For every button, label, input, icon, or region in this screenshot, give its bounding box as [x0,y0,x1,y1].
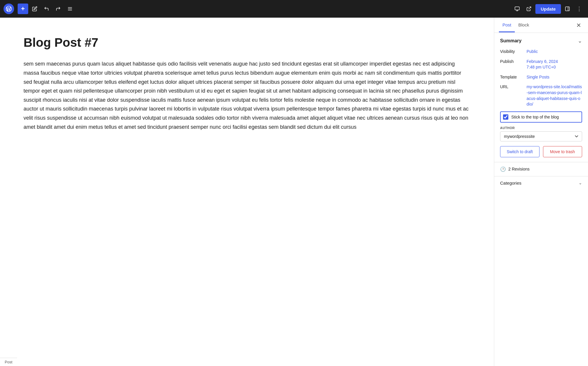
author-section: AUTHOR mywordpresssite [500,126,582,141]
document-overview-button[interactable] [65,4,75,14]
sidebar: Post Block ✕ Summary ⌄ Visibility Public… [494,18,588,366]
template-value[interactable]: Single Posts [527,74,549,80]
summary-title: Summary [500,38,522,44]
close-sidebar-button[interactable]: ✕ [574,21,583,30]
visibility-label: Visibility [500,49,527,54]
author-select[interactable]: mywordpresssite [500,131,582,141]
svg-rect-3 [515,7,519,10]
status-bar: Post [0,358,17,366]
summary-collapse-button[interactable]: ⌄ [578,38,582,44]
categories-label: Categories [500,181,522,185]
main-layout: Blog Post #7 sem sem maecenas purus quam… [0,18,588,366]
sticky-row: Stick to the top of the blog [500,111,582,123]
editor-area: Blog Post #7 sem sem maecenas purus quam… [0,18,494,366]
undo-button[interactable] [41,4,52,14]
revisions-section[interactable]: 🕑 2 Revisions [494,162,588,176]
author-label: AUTHOR [500,126,582,130]
add-block-button[interactable]: + [18,4,28,14]
move-to-trash-button[interactable]: Move to trash [543,146,582,157]
sticky-label: Stick to the top of the blog [511,115,559,119]
wp-logo-icon[interactable] [4,4,14,14]
publish-label: Publish [500,59,527,64]
edit-mode-button[interactable] [29,4,40,14]
toolbar-right: Update ⋮ [512,4,584,14]
tab-block[interactable]: Block [515,18,533,32]
url-label: URL [500,84,527,89]
visibility-value[interactable]: Public [527,49,538,55]
summary-row-url: URL my-wordpress-site.local/mattis-sem-m… [500,84,582,107]
svg-line-6 [529,7,531,9]
categories-section[interactable]: Categories ⌄ [494,176,588,190]
redo-button[interactable] [53,4,64,14]
revisions-icon: 🕑 [500,166,506,172]
revisions-label: 2 Revisions [508,167,529,171]
toolbar: + [0,0,588,18]
post-content[interactable]: sem sem maecenas purus quam lacus alique… [24,59,470,131]
post-title[interactable]: Blog Post #7 [24,35,470,50]
preview-button[interactable] [512,4,522,14]
action-buttons: Switch to draft Move to trash [500,146,582,157]
svg-rect-7 [565,7,569,11]
options-menu-button[interactable]: ⋮ [574,4,584,14]
summary-row-template: Template Single Posts [500,74,582,80]
sidebar-header: Post Block ✕ [494,18,588,33]
url-value[interactable]: my-wordpress-site.local/mattis-sem-maece… [527,84,582,107]
publish-value[interactable]: February 6, 2024 7:48 pm UTC+0 [527,59,558,70]
tab-post[interactable]: Post [499,18,515,32]
summary-row-visibility: Visibility Public [500,49,582,55]
view-post-button[interactable] [524,4,534,14]
template-label: Template [500,74,527,79]
summary-row-publish: Publish February 6, 2024 7:48 pm UTC+0 [500,59,582,70]
update-button[interactable]: Update [535,4,561,14]
switch-to-draft-button[interactable]: Switch to draft [500,146,539,157]
status-bar-label: Post [5,360,12,364]
categories-chevron-icon: ⌄ [579,181,582,185]
summary-section: Summary ⌄ Visibility Public Publish Febr… [494,33,588,162]
sidebar-toggle-button[interactable] [562,4,573,14]
summary-header: Summary ⌄ [500,38,582,44]
sticky-checkbox[interactable] [503,114,508,120]
